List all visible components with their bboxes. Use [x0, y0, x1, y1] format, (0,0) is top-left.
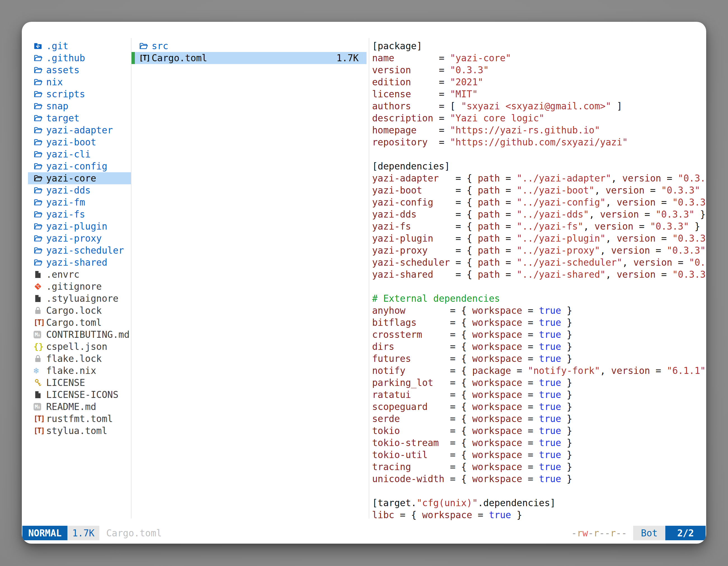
pane-separator-left	[131, 38, 131, 518]
sidebar-item-yazi-core[interactable]: yazi-core	[28, 172, 131, 184]
sidebar-item-cspell-json[interactable]: {}cspell.json	[28, 340, 131, 353]
item-label: .styluaignore	[46, 292, 118, 304]
sidebar-item-assets[interactable]: assets	[28, 64, 131, 76]
preview-line: yazi-proxy = { path = "../yazi-proxy", v…	[372, 245, 706, 257]
sidebar-item-contributing-md[interactable]: M↓CONTRIBUTING.md	[28, 328, 131, 340]
preview-line: version = "0.3.3"	[372, 64, 706, 76]
sidebar-item-yazi-cli[interactable]: yazi-cli	[28, 148, 131, 160]
file-icon	[34, 270, 42, 279]
preview-line: parking_lot = { workspace = true }	[372, 377, 706, 389]
status-bar: NORMAL 1.7K Cargo.toml -rw-r--r-- Bot 2/…	[22, 526, 706, 540]
sidebar-item-nix[interactable]: nix	[28, 76, 131, 88]
open-folder-icon	[34, 66, 42, 74]
preview-line	[372, 485, 706, 497]
item-label: assets	[46, 64, 79, 76]
preview-line: description = "Yazi core logic"	[372, 112, 706, 124]
lock-icon	[34, 306, 42, 315]
item-label: yazi-scheduler	[46, 245, 124, 257]
item-label: flake.lock	[46, 353, 102, 365]
toml-icon: [T]	[34, 425, 44, 437]
sidebar-item-yazi-proxy[interactable]: yazi-proxy	[28, 233, 131, 245]
sidebar-item-scripts[interactable]: scripts	[28, 88, 131, 100]
sidebar-item-yazi-shared[interactable]: yazi-shared	[28, 257, 131, 269]
sidebar-item-cargo-toml[interactable]: [T]Cargo.toml	[28, 316, 131, 328]
item-label: yazi-plugin	[46, 220, 107, 233]
markdown-icon: M↓	[34, 403, 41, 410]
open-folder-icon	[34, 150, 42, 159]
preview-line: tokio-util = { workspace = true }	[372, 449, 706, 461]
sidebar-item-target[interactable]: target	[28, 112, 131, 124]
item-label: LICENSE	[46, 377, 85, 389]
sidebar-item-license-icons[interactable]: LICENSE-ICONS	[28, 389, 131, 401]
sidebar-item-yazi-scheduler[interactable]: yazi-scheduler	[28, 245, 131, 257]
sidebar-item-cargo-lock[interactable]: Cargo.lock	[28, 304, 131, 316]
open-folder-icon	[34, 78, 42, 86]
item-label: cspell.json	[46, 340, 107, 353]
sidebar-item-rustfmt-toml[interactable]: [T]rustfmt.toml	[28, 413, 131, 425]
sidebar-item-yazi-plugin[interactable]: yazi-plugin	[28, 220, 131, 233]
sidebar-item-stylua-toml[interactable]: [T]stylua.toml	[28, 425, 131, 437]
sidebar-item-yazi-boot[interactable]: yazi-boot	[28, 136, 131, 148]
sidebar-item-license[interactable]: LICENSE	[28, 377, 131, 389]
sidebar-item-snap[interactable]: snap	[28, 100, 131, 112]
toml-icon: [T]	[34, 316, 44, 328]
current-item-src[interactable]: src	[131, 40, 367, 52]
preview-line	[372, 281, 706, 292]
preview-line: authors = [ "sxyazi <sxyazi@gmail.com>" …	[372, 100, 706, 112]
cursor-counter-badge: 2/2	[665, 526, 706, 540]
current-item-cargo-toml[interactable]: [T]Cargo.toml1.7K	[131, 52, 367, 64]
sidebar-item-yazi-fs[interactable]: yazi-fs	[28, 208, 131, 220]
sidebar-item-flake-lock[interactable]: flake.lock	[28, 353, 131, 365]
item-label: .github	[46, 52, 85, 64]
preview-line: yazi-scheduler = { path = "../yazi-sched…	[372, 257, 706, 269]
sidebar-item-flake-nix[interactable]: ❄flake.nix	[28, 365, 131, 377]
preview-line: notify = { package = "notify-fork", vers…	[372, 365, 706, 377]
pane-separator-right	[369, 38, 369, 518]
item-label: yazi-boot	[46, 136, 96, 148]
sidebar-item-readme-md[interactable]: M↓README.md	[28, 401, 131, 413]
preview-line	[372, 148, 706, 160]
key-icon	[34, 378, 42, 387]
open-folder-icon	[34, 138, 42, 147]
item-label: yazi-fm	[46, 196, 85, 208]
open-folder-icon	[34, 222, 42, 231]
sidebar-item-yazi-adapter[interactable]: yazi-adapter	[28, 124, 131, 136]
item-label: scripts	[46, 88, 85, 100]
open-folder-icon	[139, 42, 148, 50]
scroll-position-badge: Bot	[633, 526, 666, 540]
sidebar-item-styluaignore[interactable]: .styluaignore	[28, 292, 131, 304]
item-label: .envrc	[46, 269, 79, 281]
current-directory-pane: src[T]Cargo.toml1.7K	[131, 40, 367, 64]
preview-line: [package]	[372, 40, 706, 52]
file-size-badge: 1.7K	[67, 526, 99, 540]
item-label: CONTRIBUTING.md	[46, 328, 130, 340]
item-label: yazi-proxy	[46, 233, 102, 245]
item-label: yazi-fs	[46, 208, 85, 220]
preview-line: yazi-boot = { path = "../yazi-boot", ver…	[372, 184, 706, 196]
file-preview-pane[interactable]: [package]name = "yazi-core"version = "0.…	[372, 40, 706, 527]
preview-line: yazi-dds = { path = "../yazi-dds", versi…	[372, 208, 706, 220]
preview-line: homepage = "https://yazi-rs.github.io"	[372, 124, 706, 136]
lock-icon	[34, 354, 42, 363]
item-label: Cargo.toml	[46, 316, 102, 328]
preview-line: scopeguard = { workspace = true }	[372, 401, 706, 413]
sidebar-item-yazi-config[interactable]: yazi-config	[28, 160, 131, 172]
file-icon	[34, 294, 42, 303]
sidebar-item-git[interactable]: .git	[28, 40, 131, 52]
sidebar-item-yazi-fm[interactable]: yazi-fm	[28, 196, 131, 208]
open-folder-icon	[34, 54, 42, 62]
preview-line: yazi-adapter = { path = "../yazi-adapter…	[372, 172, 706, 184]
toml-icon: [T]	[139, 52, 150, 64]
sidebar-item-github[interactable]: .github	[28, 52, 131, 64]
sidebar-item-gitignore[interactable]: .gitignore	[28, 281, 131, 292]
preview-line: [target."cfg(unix)".dependencies]	[372, 497, 706, 509]
item-label: nix	[46, 76, 63, 88]
sidebar-item-envrc[interactable]: .envrc	[28, 269, 131, 281]
status-filename: Cargo.toml	[106, 527, 162, 539]
preview-line: anyhow = { workspace = true }	[372, 304, 706, 316]
item-label: yazi-shared	[46, 257, 107, 269]
sidebar-item-yazi-dds[interactable]: yazi-dds	[28, 184, 131, 196]
open-folder-icon	[34, 126, 42, 135]
preview-line: libc = { workspace = true }	[372, 509, 706, 521]
preview-line: yazi-config = { path = "../yazi-config",…	[372, 196, 706, 208]
